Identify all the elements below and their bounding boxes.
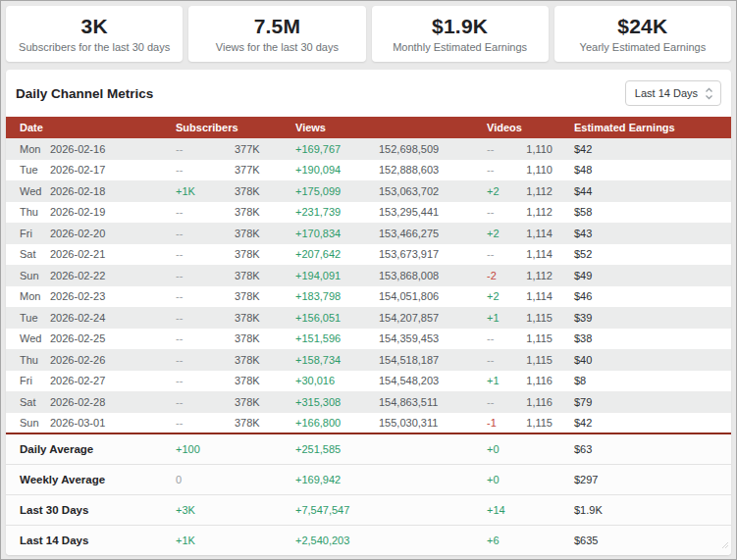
views-change-cell: +169,767 xyxy=(292,138,376,160)
day-cell: Fri xyxy=(6,371,47,392)
date-cell: 2026-02-22 xyxy=(47,265,173,286)
stat-card-subscribers: 3K Subscribers for the last 30 days xyxy=(6,6,183,62)
day-cell: Mon xyxy=(6,138,47,160)
earnings-cell: $43 xyxy=(564,223,731,244)
videos-change-cell: -- xyxy=(484,244,521,266)
videos-change-cell: +2 xyxy=(484,180,521,202)
table-row: Thu 2026-02-19 -- 378K +231,739 153,295,… xyxy=(6,202,731,224)
day-cell: Sun xyxy=(6,265,47,286)
summary-label-cell: Weekly Average xyxy=(6,464,173,494)
views-total-cell: 154,359,453 xyxy=(376,329,484,350)
earnings-cell: $52 xyxy=(564,244,731,266)
resize-grip-icon[interactable] xyxy=(721,535,729,553)
stat-card-yearly-earnings: $24K Yearly Estimated Earnings xyxy=(554,6,731,62)
earnings-cell: $49 xyxy=(564,265,731,286)
subscribers-total-cell: 378K xyxy=(232,223,292,244)
subscribers-total-cell: 378K xyxy=(232,244,292,266)
subscribers-total-cell: 378K xyxy=(232,349,292,371)
earnings-cell: $79 xyxy=(564,391,731,413)
day-cell: Tue xyxy=(6,160,47,181)
summary-earnings-cell: $63 xyxy=(564,433,731,464)
views-total-cell: 153,868,008 xyxy=(376,265,484,286)
subscribers-change-cell: -- xyxy=(173,349,232,371)
videos-change-cell: +2 xyxy=(484,286,521,308)
videos-total-cell: 1,115 xyxy=(521,307,564,329)
views-total-cell: 154,051,806 xyxy=(376,286,484,308)
views-change-cell: +315,308 xyxy=(292,391,376,413)
videos-change-cell: -1 xyxy=(484,413,521,434)
summary-earnings-cell: $635 xyxy=(564,525,731,555)
summary-row: Daily Average +100 +251,585 +0 $63 xyxy=(6,433,731,464)
earnings-cell: $58 xyxy=(564,202,731,224)
views-change-cell: +158,734 xyxy=(292,349,376,371)
subscribers-change-cell: -- xyxy=(173,329,232,350)
metrics-panel-header: Daily Channel Metrics Last 14 Days xyxy=(6,70,731,117)
date-cell: 2026-02-25 xyxy=(47,329,173,350)
summary-views-cell: +2,540,203 xyxy=(292,525,484,555)
views-total-cell: 153,063,702 xyxy=(376,180,484,202)
subscribers-change-cell: +1K xyxy=(173,180,232,202)
videos-total-cell: 1,112 xyxy=(521,265,564,286)
videos-change-cell: +1 xyxy=(484,371,521,392)
videos-total-cell: 1,114 xyxy=(521,286,564,308)
date-cell: 2026-02-16 xyxy=(47,138,173,160)
subscribers-change-cell: -- xyxy=(173,244,232,266)
stat-card-views: 7.5M Views for the last 30 days xyxy=(188,6,365,62)
summary-subscribers-cell: 0 xyxy=(173,464,292,494)
table-header-row: Date Subscribers Views Videos Estimated … xyxy=(6,117,731,138)
views-change-cell: +166,800 xyxy=(292,413,376,434)
videos-total-cell: 1,116 xyxy=(521,391,564,413)
range-select[interactable]: Last 14 Days xyxy=(625,80,721,106)
videos-change-cell: -- xyxy=(484,138,521,160)
subscribers-stat-value: 3K xyxy=(81,15,108,38)
date-cell: 2026-02-23 xyxy=(47,286,173,308)
views-change-cell: +175,099 xyxy=(292,180,376,202)
date-cell: 2026-03-01 xyxy=(47,413,173,434)
views-change-cell: +194,091 xyxy=(292,265,376,286)
date-cell: 2026-02-17 xyxy=(47,160,173,181)
earnings-cell: $42 xyxy=(564,138,731,160)
views-total-cell: 155,030,311 xyxy=(376,413,484,434)
date-cell: 2026-02-26 xyxy=(47,349,173,371)
day-cell: Tue xyxy=(6,307,47,329)
videos-total-cell: 1,115 xyxy=(521,413,564,434)
subscribers-change-cell: -- xyxy=(173,265,232,286)
earnings-cell: $38 xyxy=(564,329,731,350)
summary-row: Weekly Average 0 +169,942 +0 $297 xyxy=(6,464,731,494)
table-row: Fri 2026-02-20 -- 378K +170,834 153,466,… xyxy=(6,223,731,244)
column-header-date: Date xyxy=(6,117,173,138)
views-stat-label: Views for the last 30 days xyxy=(216,41,339,53)
subscribers-change-cell: -- xyxy=(173,138,232,160)
daily-rows: Mon 2026-02-16 -- 377K +169,767 152,698,… xyxy=(6,138,731,433)
table-row: Tue 2026-02-24 -- 378K +156,051 154,207,… xyxy=(6,307,731,329)
range-select-value: Last 14 Days xyxy=(635,87,698,99)
date-cell: 2026-02-28 xyxy=(47,391,173,413)
metrics-table: Date Subscribers Views Videos Estimated … xyxy=(6,117,731,555)
summary-label-cell: Daily Average xyxy=(6,433,173,464)
videos-change-cell: +2 xyxy=(484,223,521,244)
videos-change-cell: -- xyxy=(484,349,521,371)
videos-change-cell: -- xyxy=(484,391,521,413)
table-row: Thu 2026-02-26 -- 378K +158,734 154,518,… xyxy=(6,349,731,371)
subscribers-change-cell: -- xyxy=(173,371,232,392)
summary-videos-cell: +6 xyxy=(484,525,564,555)
table-row: Sun 2026-02-22 -- 378K +194,091 153,868,… xyxy=(6,265,731,286)
table-row: Mon 2026-02-23 -- 378K +183,798 154,051,… xyxy=(6,286,731,308)
subscribers-total-cell: 377K xyxy=(232,160,292,181)
subscribers-total-cell: 378K xyxy=(232,391,292,413)
views-change-cell: +30,016 xyxy=(292,371,376,392)
day-cell: Sat xyxy=(6,391,47,413)
subscribers-total-cell: 378K xyxy=(232,329,292,350)
subscribers-stat-label: Subscribers for the last 30 days xyxy=(19,41,170,53)
views-change-cell: +170,834 xyxy=(292,223,376,244)
table-row: Wed 2026-02-18 +1K 378K +175,099 153,063… xyxy=(6,180,731,202)
earnings-cell: $42 xyxy=(564,413,731,434)
subscribers-change-cell: -- xyxy=(173,160,232,181)
views-change-cell: +151,596 xyxy=(292,329,376,350)
table-row: Sat 2026-02-28 -- 378K +315,308 154,863,… xyxy=(6,391,731,413)
videos-change-cell: +1 xyxy=(484,307,521,329)
subscribers-total-cell: 378K xyxy=(232,413,292,434)
videos-total-cell: 1,114 xyxy=(521,244,564,266)
table-row: Fri 2026-02-27 -- 378K +30,016 154,548,2… xyxy=(6,371,731,392)
summary-row: Last 14 Days +1K +2,540,203 +6 $635 xyxy=(6,525,731,555)
